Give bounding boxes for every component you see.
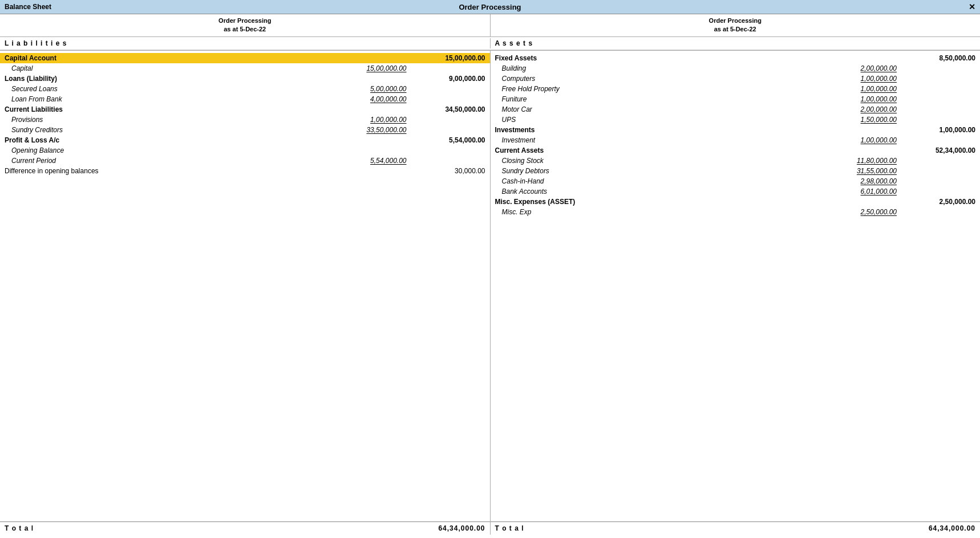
provisions-row[interactable]: Provisions 1,00,000.00 — [0, 115, 490, 125]
misc-exp-row[interactable]: Misc. Exp 2,50,000.00 — [491, 207, 981, 217]
left-date: as at 5-Dec-22 — [5, 25, 485, 34]
ups-amount: 1,50,000.00 — [833, 116, 901, 124]
secured-loans-row[interactable]: Secured Loans 5,00,000.00 — [0, 84, 490, 94]
profit-loss-row[interactable]: Profit & Loss A/c 5,54,000.00 — [0, 135, 490, 145]
provisions-amount: 1,00,000.00 — [343, 116, 411, 124]
loan-from-bank-label: Loan From Bank — [11, 95, 343, 103]
capital-account-row[interactable]: Capital Account 15,00,000.00 — [0, 53, 490, 63]
current-liabilities-label: Current Liabilities — [5, 105, 411, 113]
liabilities-total-amount: 64,34,000.00 — [411, 524, 485, 532]
closing-stock-amount: 11,80,000.00 — [833, 157, 901, 165]
misc-expenses-total: 2,50,000.00 — [901, 198, 975, 206]
difference-total: 30,000.00 — [411, 167, 485, 175]
building-row[interactable]: Building 2,00,000.00 — [491, 63, 981, 74]
ups-label: UPS — [502, 116, 833, 124]
misc-exp-label: Misc. Exp — [502, 208, 833, 216]
profit-loss-label: Profit & Loss A/c — [5, 136, 411, 144]
ups-row[interactable]: UPS 1,50,000.00 — [491, 115, 981, 125]
sundry-debtors-amount: 31,55,000.00 — [833, 167, 901, 175]
investments-label: Investments — [495, 126, 902, 134]
investments-total: 1,00,000.00 — [901, 126, 975, 134]
closing-stock-label: Closing Stock — [502, 157, 833, 165]
fixed-assets-total: 8,50,000.00 — [901, 54, 975, 62]
cash-in-hand-label: Cash-in-Hand — [502, 177, 833, 185]
liabilities-total-label: T o t a l — [5, 524, 411, 532]
sundry-debtors-label: Sundry Debtors — [502, 167, 833, 175]
sundry-creditors-label: Sundry Creditors — [11, 126, 343, 134]
loans-label: Loans (Liability) — [5, 75, 411, 83]
current-period-amount: 5,54,000.00 — [343, 157, 411, 165]
building-label: Building — [502, 64, 833, 72]
column-headers: Order Processing as at 5-Dec-22 Order Pr… — [0, 14, 980, 51]
window-title: Balance Sheet — [5, 3, 51, 11]
secured-loans-label: Secured Loans — [11, 85, 343, 93]
bank-accounts-label: Bank Accounts — [502, 188, 833, 195]
difference-row[interactable]: Difference in opening balances 30,000.00 — [0, 166, 490, 176]
assets-header: Order Processing as at 5-Dec-22 — [491, 14, 981, 36]
capital-account-total: 15,00,000.00 — [411, 54, 485, 62]
opening-balance-row[interactable]: Opening Balance — [0, 145, 490, 156]
investment-amount: 1,00,000.00 — [833, 136, 901, 144]
closing-stock-row[interactable]: Closing Stock 11,80,000.00 — [491, 156, 981, 166]
capital-amount: 15,00,000.00 — [343, 64, 411, 72]
opening-balance-label: Opening Balance — [11, 146, 343, 154]
assets-total-label: T o t a l — [495, 524, 902, 532]
bank-accounts-row[interactable]: Bank Accounts 6,01,000.00 — [491, 186, 981, 197]
bank-accounts-amount: 6,01,000.00 — [833, 188, 901, 195]
computers-row[interactable]: Computers 1,00,000.00 — [491, 74, 981, 84]
misc-exp-amount: 2,50,000.00 — [833, 208, 901, 216]
sundry-debtors-row[interactable]: Sundry Debtors 31,55,000.00 — [491, 166, 981, 176]
right-date: as at 5-Dec-22 — [495, 25, 976, 34]
liabilities-total-row: T o t a l 64,34,000.00 — [0, 521, 490, 535]
current-assets-label: Current Assets — [495, 146, 902, 154]
loan-from-bank-amount: 4,00,000.00 — [343, 95, 411, 103]
current-period-label: Current Period — [11, 157, 343, 165]
furniture-row[interactable]: Funiture 1,00,000.00 — [491, 94, 981, 104]
sundry-creditors-row[interactable]: Sundry Creditors 33,50,000.00 — [0, 125, 490, 135]
capital-item-row[interactable]: Capital 15,00,000.00 — [0, 63, 490, 74]
motor-car-label: Motor Car — [502, 105, 833, 113]
current-period-row[interactable]: Current Period 5,54,000.00 — [0, 156, 490, 166]
capital-account-label: Capital Account — [5, 54, 411, 62]
assets-section: Fixed Assets 8,50,000.00 Building 2,00,0… — [491, 51, 981, 535]
current-assets-total: 52,34,000.00 — [901, 146, 975, 154]
current-liabilities-total: 34,50,000.00 — [411, 105, 485, 113]
freehold-label: Free Hold Property — [502, 85, 833, 93]
assets-total-amount: 64,34,000.00 — [901, 524, 975, 532]
right-company: Order Processing — [495, 17, 976, 25]
cash-in-hand-row[interactable]: Cash-in-Hand 2,98,000.00 — [491, 176, 981, 186]
furniture-amount: 1,00,000.00 — [833, 95, 901, 103]
liabilities-header: Order Processing as at 5-Dec-22 — [0, 14, 491, 36]
assets-label: A s s e t s — [495, 39, 533, 47]
provisions-label: Provisions — [11, 116, 343, 124]
capital-label: Capital — [11, 64, 343, 72]
building-amount: 2,00,000.00 — [833, 64, 901, 72]
loan-from-bank-row[interactable]: Loan From Bank 4,00,000.00 — [0, 94, 490, 104]
close-button[interactable]: ✕ — [969, 2, 975, 11]
main-content: Capital Account 15,00,000.00 Capital 15,… — [0, 51, 980, 535]
current-assets-row[interactable]: Current Assets 52,34,000.00 — [491, 145, 981, 156]
fixed-assets-row[interactable]: Fixed Assets 8,50,000.00 — [491, 53, 981, 63]
misc-expenses-row[interactable]: Misc. Expenses (ASSET) 2,50,000.00 — [491, 197, 981, 207]
motor-car-row[interactable]: Motor Car 2,00,000.00 — [491, 104, 981, 115]
computers-label: Computers — [502, 75, 833, 83]
furniture-label: Funiture — [502, 95, 833, 103]
freehold-amount: 1,00,000.00 — [833, 85, 901, 93]
secured-loans-amount: 5,00,000.00 — [343, 85, 411, 93]
sundry-creditors-amount: 33,50,000.00 — [343, 126, 411, 134]
investment-item-row[interactable]: Investment 1,00,000.00 — [491, 135, 981, 145]
loans-total: 9,00,000.00 — [411, 75, 485, 83]
investments-row[interactable]: Investments 1,00,000.00 — [491, 125, 981, 135]
difference-label: Difference in opening balances — [5, 167, 411, 175]
center-title: Order Processing — [459, 3, 521, 11]
freehold-row[interactable]: Free Hold Property 1,00,000.00 — [491, 84, 981, 94]
fixed-assets-label: Fixed Assets — [495, 54, 902, 62]
current-liabilities-row[interactable]: Current Liabilities 34,50,000.00 — [0, 104, 490, 115]
liabilities-label: L i a b i l i t i e s — [5, 39, 67, 47]
assets-total-row: T o t a l 64,34,000.00 — [491, 521, 981, 535]
loans-row[interactable]: Loans (Liability) 9,00,000.00 — [0, 74, 490, 84]
misc-expenses-label: Misc. Expenses (ASSET) — [495, 198, 902, 206]
title-bar: Balance Sheet Order Processing ✕ — [0, 0, 980, 14]
left-company: Order Processing — [5, 17, 485, 25]
cash-in-hand-amount: 2,98,000.00 — [833, 177, 901, 185]
